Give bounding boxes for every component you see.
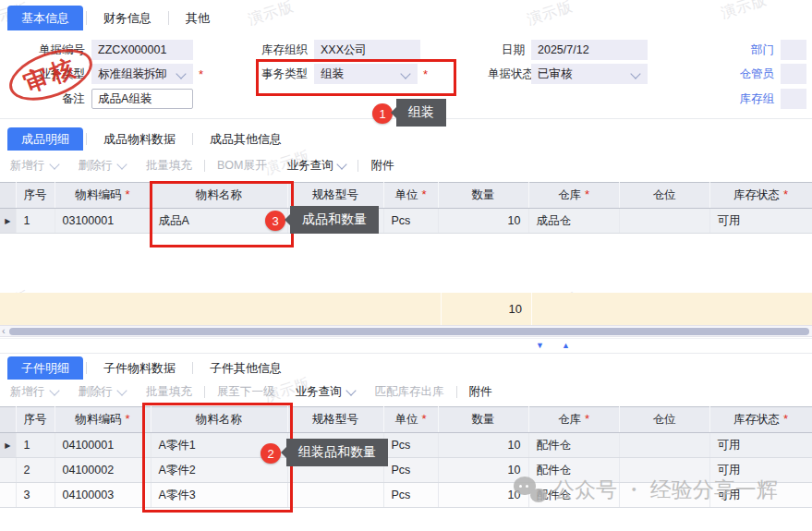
required-asterisk: * — [423, 67, 428, 81]
cell[interactable]: Pcs — [383, 458, 438, 483]
keeper-value[interactable] — [781, 64, 806, 84]
column-header[interactable]: 序号 — [16, 183, 55, 209]
toolbar-button[interactable]: 删除行 — [79, 158, 127, 174]
cell[interactable]: Pcs — [383, 483, 438, 508]
doc-status-select[interactable]: 已审核 — [531, 64, 648, 84]
collapse-down-icon[interactable]: ▼ — [536, 341, 544, 350]
cell[interactable]: 可用 — [709, 458, 812, 483]
toolbar-button-label: 业务查询 — [286, 158, 333, 174]
inv-org-value[interactable]: XXX公司 — [314, 40, 420, 60]
cell[interactable]: 10 — [438, 209, 528, 234]
column-header[interactable]: 数量 — [438, 183, 528, 209]
field-doc-no: 单据编号 ZZCX000001 — [18, 40, 193, 60]
column-header[interactable]: 物料编码* — [55, 183, 151, 209]
tab-product-detail[interactable]: 成品明细 — [7, 127, 83, 151]
column-header[interactable]: 仓库* — [528, 407, 619, 433]
doc-no-value[interactable]: ZZCX000001 — [91, 40, 193, 60]
tab-other[interactable]: 其他 — [172, 6, 224, 30]
column-header[interactable]: 物料名称 — [151, 183, 287, 209]
cell[interactable] — [287, 458, 383, 483]
toolbar-button[interactable]: 新增行 — [10, 158, 58, 174]
demo-watermark: 演示版 — [719, 0, 770, 23]
cell[interactable]: Pcs — [383, 433, 438, 458]
cell[interactable] — [619, 483, 709, 508]
remark-input[interactable]: 成品A组装 — [91, 89, 193, 109]
cell[interactable]: 04100003 — [55, 483, 151, 508]
biz-type-select[interactable]: 标准组装拆卸 — [91, 64, 193, 84]
toolbar-button[interactable]: 附件 — [370, 158, 394, 174]
tab-product-material-data[interactable]: 成品物料数据 — [90, 127, 189, 151]
cell[interactable]: Pcs — [383, 209, 438, 234]
toolbar-button[interactable]: 新增行 — [10, 384, 58, 400]
cell[interactable]: 配件仓 — [528, 483, 619, 508]
field-inv-org: 库存组织 XXX公司 — [252, 40, 420, 60]
cell[interactable] — [619, 433, 709, 458]
product-toolbar: 新增行删除行批量填充BOM展开业务查询附件 — [0, 154, 404, 176]
toolbar-button[interactable]: BOM展开 — [217, 158, 266, 174]
cell[interactable]: 10 — [438, 433, 528, 458]
column-header[interactable]: 物料名称 — [151, 407, 287, 433]
column-header[interactable]: 物料编码* — [55, 407, 151, 433]
toolbar-button[interactable]: 附件 — [469, 384, 492, 400]
cell[interactable] — [619, 458, 709, 483]
tab-child-detail[interactable]: 子件明细 — [7, 356, 83, 380]
scrollbar-left-arrow-icon[interactable]: ‹ — [2, 325, 6, 337]
required-asterisk: * — [585, 187, 589, 201]
cell[interactable] — [287, 433, 383, 458]
tab-product-other-info[interactable]: 成品其他信息 — [196, 127, 296, 151]
column-header[interactable]: 单位* — [383, 407, 438, 433]
column-header[interactable]: 仓位 — [619, 407, 709, 433]
cell[interactable] — [287, 483, 383, 508]
toolbar-button[interactable]: 删除行 — [79, 384, 127, 400]
cell[interactable]: 2 — [16, 458, 55, 483]
cell[interactable]: 10 — [438, 483, 528, 508]
cell[interactable]: 1 — [16, 209, 55, 234]
tab-child-material-data[interactable]: 子件物料数据 — [90, 356, 189, 380]
column-header[interactable]: 规格型号 — [287, 183, 383, 209]
cell[interactable] — [287, 209, 383, 234]
summary-qty: 10 — [441, 293, 522, 325]
collapse-up-icon[interactable]: ▲ — [562, 341, 570, 350]
cell[interactable]: 可用 — [709, 483, 812, 508]
horizontal-scrollbar[interactable] — [0, 325, 812, 337]
toolbar-button[interactable]: 批量填充 — [146, 384, 192, 400]
cell[interactable]: 配件仓 — [528, 458, 619, 483]
cell[interactable]: 成品A — [151, 209, 287, 234]
cell[interactable]: 03100001 — [55, 209, 151, 234]
cell[interactable]: 1 — [16, 433, 55, 458]
cell[interactable]: 3 — [16, 483, 55, 508]
column-header[interactable]: 库存状态* — [709, 407, 812, 433]
tab-basic-info[interactable]: 基本信息 — [7, 6, 83, 30]
cell[interactable]: 可用 — [709, 433, 812, 458]
inv-group-value[interactable] — [781, 89, 806, 109]
cell[interactable]: A零件1 — [151, 433, 287, 458]
cell[interactable] — [619, 209, 709, 234]
cell[interactable]: 可用 — [709, 209, 812, 234]
toolbar-button[interactable]: 展至下一级 — [217, 384, 275, 400]
cell[interactable]: 成品仓 — [528, 209, 619, 234]
toolbar-button[interactable]: 匹配库存出库 — [375, 384, 444, 400]
cell[interactable]: 10 — [438, 458, 528, 483]
toolbar-button[interactable]: 批量填充 — [146, 158, 192, 174]
cell[interactable]: 04100001 — [55, 433, 151, 458]
cell[interactable]: A零件2 — [151, 458, 287, 483]
column-header[interactable]: 仓位 — [619, 183, 709, 209]
column-header-label: 物料编码 — [75, 413, 121, 426]
column-header[interactable]: 单位* — [383, 183, 438, 209]
tab-finance-info[interactable]: 财务信息 — [90, 6, 165, 30]
column-header[interactable]: 数量 — [438, 407, 528, 433]
tab-child-other-info[interactable]: 子件其他信息 — [196, 356, 296, 380]
column-header[interactable]: 库存状态* — [709, 183, 812, 209]
cell[interactable]: 配件仓 — [528, 433, 619, 458]
date-value[interactable]: 2025/7/12 — [531, 40, 648, 60]
dept-value[interactable] — [781, 40, 806, 60]
scrollbar-thumb[interactable] — [9, 328, 809, 335]
trans-type-select[interactable]: 组装 — [314, 64, 418, 84]
toolbar-button[interactable]: 业务查询 — [296, 384, 355, 400]
column-header[interactable]: 序号 — [16, 407, 55, 433]
cell[interactable]: A零件3 — [151, 483, 287, 508]
cell[interactable]: 04100002 — [55, 458, 151, 483]
column-header[interactable]: 规格型号 — [287, 407, 383, 433]
toolbar-button[interactable]: 业务查询 — [286, 158, 345, 174]
column-header[interactable]: 仓库* — [528, 183, 619, 209]
